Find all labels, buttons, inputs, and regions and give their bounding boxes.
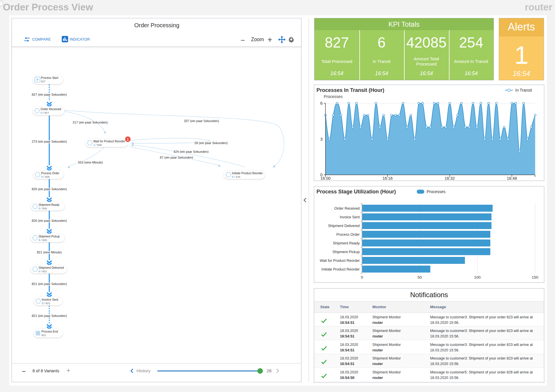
svg-text:3: 3 [320,137,323,141]
svg-text:217 (ein paar Sekunden): 217 (ein paar Sekunden) [72,121,108,124]
svg-text:Order Received: Order Received [41,107,61,111]
svg-text:16:32: 16:32 [445,176,455,181]
svg-text:Initiate Product Reorder: Initiate Product Reorder [232,171,263,175]
svg-text:826 (ein paar Sekunden): 826 (ein paar Sekunden) [32,187,67,191]
svg-text:827: 827 [41,80,46,83]
svg-text:424 (ein paar Sekunden): 424 (ein paar Sekunden) [173,150,208,153]
svg-text:Order Received: Order Received [334,206,360,210]
svg-text:Shipment Delivered: Shipment Delivered [328,224,360,228]
svg-text:0 / 821: 0 / 821 [42,302,50,305]
svg-text:Wait for Product Reorder: Wait for Product Reorder [93,139,125,143]
svg-text:Processes: Processes [324,94,343,99]
svg-text:100: 100 [474,275,481,280]
svg-text:Shipment Ready: Shipment Ready [333,241,360,245]
svg-text:1: 1 [127,138,129,141]
svg-text:50: 50 [417,275,422,280]
svg-text:273 (ein paar Sekunden): 273 (ein paar Sekunden) [32,140,67,143]
svg-text:150: 150 [532,275,538,280]
svg-text:821 (eine Minute): 821 (eine Minute) [37,251,62,254]
svg-text:28 (ein paar Sekunden): 28 (ein paar Sekunden) [194,141,228,145]
svg-text:0 / 827: 0 / 827 [41,111,49,114]
svg-text:6: 6 [320,101,323,106]
svg-text:0 / 826: 0 / 826 [41,175,50,178]
svg-text:16:16: 16:16 [383,176,393,181]
svg-text:Shipment Delivered: Shipment Delivered [39,266,64,269]
svg-text:821: 821 [41,333,46,337]
svg-text:553 (eine Minute): 553 (eine Minute) [78,161,103,164]
svg-text:0: 0 [361,275,363,280]
svg-text:Invoice Sent: Invoice Sent [42,298,58,301]
svg-text:Process Order: Process Order [41,171,59,175]
svg-text:16:48: 16:48 [507,176,517,181]
svg-text:0 / 424: 0 / 424 [232,175,240,178]
svg-text:16:00: 16:00 [320,176,330,181]
svg-text:337 (ein paar Sekunden): 337 (ein paar Sekunden) [184,119,219,123]
svg-text:Process Order: Process Order [336,233,360,237]
svg-text:5 / 826: 5 / 826 [39,238,47,242]
svg-text:Process Start: Process Start [41,76,58,79]
svg-text:Invoice Sent: Invoice Sent [340,215,360,219]
svg-text:Process End: Process End [41,330,58,333]
svg-text:827 (ein paar Sekunden): 827 (ein paar Sekunden) [32,93,67,96]
svg-text:0 / 821: 0 / 821 [39,270,47,273]
svg-text:821 (ein paar Sekunden): 821 (ein paar Sekunden) [32,282,67,286]
svg-text:1 / 669: 1 / 669 [93,143,102,146]
svg-text:Initiate Product Reorder: Initiate Product Reorder [321,267,360,271]
svg-text:Shipment Pickup: Shipment Pickup [39,235,60,238]
svg-text:821 (ein paar Sekunden): 821 (ein paar Sekunden) [32,314,67,317]
svg-text:0 / 826: 0 / 826 [39,207,47,210]
svg-text:Wait for Product Reorder: Wait for Product Reorder [320,259,360,263]
svg-text:87 (ein paar Sekunden): 87 (ein paar Sekunden) [160,156,193,159]
svg-text:Shipment Pickup: Shipment Pickup [332,250,360,254]
svg-text:Shipment Ready: Shipment Ready [39,203,60,206]
svg-text:826 (ein paar Sekunden): 826 (ein paar Sekunden) [32,219,67,222]
